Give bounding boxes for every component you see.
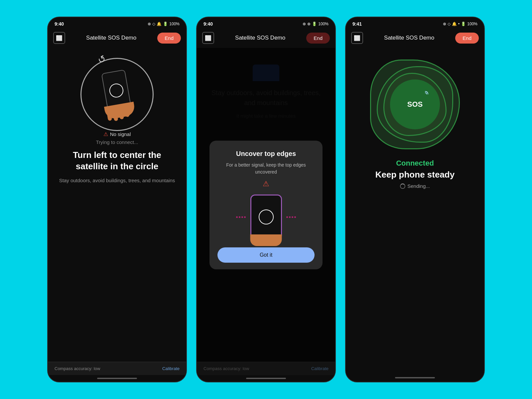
- app-title-3: Satellite SOS Demo: [384, 35, 434, 41]
- rotation-arrow-icon: ↺: [96, 53, 108, 66]
- warning-icon: ⚠: [103, 131, 108, 137]
- green-circle: SOS: [390, 79, 440, 129]
- status-icons-3: ⊗ ◇ 🔔 • 🔋 100%: [443, 22, 477, 26]
- calibrate-button-2[interactable]: Calibrate: [311, 366, 329, 371]
- home-bar-3: [346, 375, 484, 382]
- instruction-sub: Stay outdoors, avoid buildings, trees, a…: [59, 177, 175, 185]
- bottom-bar-1: Compass accuracy: low Calibrate: [48, 362, 186, 375]
- got-it-button[interactable]: Got it: [217, 247, 315, 263]
- battery-icon: 🔋: [163, 22, 168, 26]
- app-header-3: ⬜ Satellite SOS Demo End: [346, 29, 484, 48]
- screen-icon-1: ⬜: [53, 32, 65, 44]
- modal-phone-body: [250, 195, 282, 239]
- signal-status: ⚠ No signal: [103, 131, 131, 137]
- home-bar-1: [48, 375, 186, 382]
- compass-text-2: Compass accuracy: low: [203, 366, 249, 371]
- location-icon-3: ◇: [448, 22, 451, 26]
- sound-icon-3: 🔔: [452, 22, 457, 26]
- screen-icon-2: ⬜: [202, 32, 214, 44]
- modal-overlay: Uncover top edges For a better signal, k…: [197, 48, 335, 362]
- home-indicator-2: [246, 378, 286, 379]
- bottom-bar-2: Compass accuracy: low Calibrate: [197, 362, 335, 375]
- modal-box: Uncover top edges For a better signal, k…: [209, 141, 323, 269]
- notification-icon-3: ⊗: [443, 22, 446, 26]
- app-title-1: Satellite SOS Demo: [86, 35, 136, 41]
- modal-warning-icon: ⚠: [263, 180, 269, 188]
- wifi-icon-2: ⊕: [307, 22, 311, 26]
- calibrate-button-1[interactable]: Calibrate: [162, 366, 180, 371]
- dot-icon-3: •: [458, 22, 460, 26]
- end-button-3[interactable]: End: [455, 33, 479, 44]
- location-icon: ◇: [152, 22, 155, 26]
- screen2-content: Stay outdoors, avoid buildings, trees, a…: [197, 48, 335, 362]
- status-bar-3: 9:41 ⊗ ◇ 🔔 • 🔋 100%: [346, 17, 484, 29]
- phone-screen-1: 9:40 ⊗ ◇ 🔔 🔋 100% ⬜ Satellite SOS Demo E…: [47, 17, 187, 382]
- phone-screen-3: 9:41 ⊗ ◇ 🔔 • 🔋 100% ⬜ Satellite SOS Demo…: [345, 17, 485, 382]
- battery-icon-2: 🔋: [312, 22, 317, 26]
- status-bar-1: 9:40 ⊗ ◇ 🔔 🔋 100%: [48, 17, 186, 29]
- home-indicator-3: [395, 377, 435, 378]
- battery-text-2: 100%: [318, 22, 329, 26]
- modal-phone-illustration: [246, 192, 286, 242]
- signal-text: No signal: [110, 131, 131, 137]
- sending-spinner: [400, 184, 405, 189]
- status-time-2: 9:40: [203, 21, 213, 27]
- sos-text-large: SOS: [407, 100, 423, 109]
- screen3-content: SOS Connected Keep phone steady Sending.…: [346, 48, 484, 375]
- status-time-3: 9:41: [352, 21, 362, 27]
- app-title-2: Satellite SOS Demo: [235, 35, 285, 41]
- battery-icon-3: 🔋: [461, 22, 466, 26]
- screen1-content: ↺ SOS ⚠ No signal Trying to connect..: [48, 48, 186, 362]
- end-button-2[interactable]: End: [306, 33, 330, 44]
- steady-label: Keep phone steady: [375, 170, 455, 180]
- instruction-title: Turn left to center the satellite in the…: [56, 150, 178, 172]
- modal-phone-circle: [259, 209, 274, 224]
- rotation-circle: ↺: [80, 58, 154, 131]
- satellite-arc-icon: [421, 90, 429, 99]
- notification-icon-2: ⊗: [303, 22, 306, 26]
- screen-icon-3: ⬜: [351, 32, 363, 44]
- home-indicator-1: [97, 378, 137, 379]
- status-icons-2: ⊗ ⊕ 🔋 100%: [303, 22, 329, 26]
- connected-label: Connected: [396, 159, 434, 168]
- home-bar-2: [197, 375, 335, 382]
- phone-hold-illustration: [97, 68, 138, 120]
- app-header-1: ⬜ Satellite SOS Demo End: [48, 29, 186, 48]
- status-time-1: 9:40: [55, 21, 64, 27]
- notification-icon: ⊗: [148, 22, 151, 26]
- app-header-2: ⬜ Satellite SOS Demo End: [197, 29, 335, 48]
- connecting-text: Trying to connect...: [96, 139, 138, 145]
- alarm-icon: 🔔: [157, 22, 162, 26]
- sending-label: Sending...: [407, 183, 430, 189]
- modal-description: For a better signal, keep the top edges …: [217, 162, 315, 176]
- modal-hand: [250, 234, 282, 246]
- end-button-1[interactable]: End: [157, 33, 181, 44]
- sending-text: Sending...: [400, 183, 430, 189]
- battery-text-3: 100%: [467, 22, 477, 26]
- wave-container: SOS: [368, 58, 462, 151]
- status-bar-2: 9:40 ⊗ ⊕ 🔋 100%: [197, 17, 335, 29]
- compass-text-1: Compass accuracy: low: [55, 366, 100, 371]
- modal-title: Uncover top edges: [236, 150, 296, 158]
- phone-screen-2: 9:40 ⊗ ⊕ 🔋 100% ⬜ Satellite SOS Demo End…: [196, 17, 336, 382]
- status-icons-1: ⊗ ◇ 🔔 🔋 100%: [148, 22, 180, 26]
- battery-text-1: 100%: [169, 22, 180, 26]
